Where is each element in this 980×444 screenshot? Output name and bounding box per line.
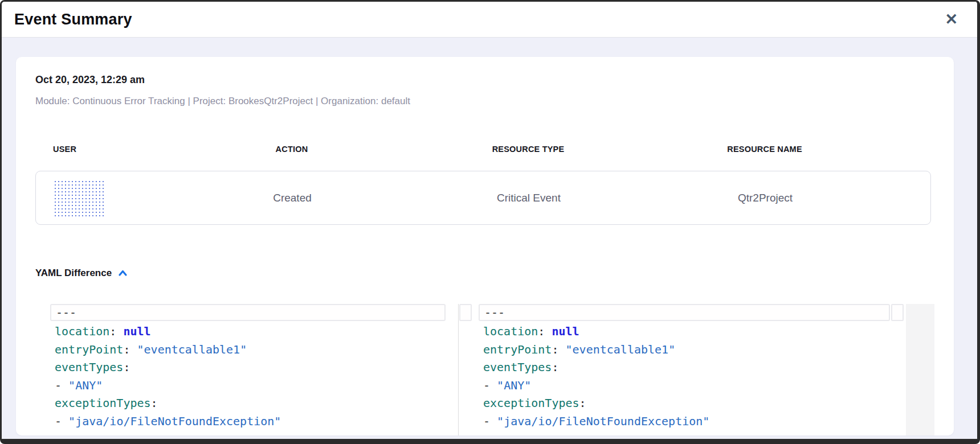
modal-header: Event Summary ✕	[2, 2, 977, 38]
yaml-difference-label: YAML Difference	[35, 268, 112, 279]
yaml-diff-viewer: ---location: nullentryPoint: "eventcalla…	[50, 304, 937, 435]
resource-type-cell: Critical Event	[412, 192, 646, 204]
chevron-up-icon[interactable]	[117, 268, 128, 279]
event-meta: Module: Continuous Error Tracking | Proj…	[35, 96, 410, 107]
column-header-action: ACTION	[172, 145, 411, 154]
code-line: ---	[50, 304, 446, 321]
code-line: - "ANY"	[50, 377, 458, 395]
code-line: location: null	[50, 323, 458, 341]
modal-body: Oct 20, 2023, 12:29 am Module: Continuou…	[2, 38, 977, 439]
audit-table-header: USER ACTION RESOURCE TYPE RESOURCE NAME	[35, 142, 931, 156]
user-redacted-pattern	[54, 180, 106, 216]
left-panel-scrollbar[interactable]	[459, 304, 472, 321]
code-line: entryPoint: "eventcallable1"	[479, 341, 890, 359]
code-line: entryPoint: "eventcallable1"	[50, 341, 458, 359]
column-header-user: USER	[35, 145, 172, 154]
code-line: - "java/io/FileNotFoundException"	[50, 413, 458, 431]
vertical-scrollbar-track[interactable]	[906, 304, 934, 435]
code-line: - "java/io/FileNotFoundException"	[479, 413, 890, 431]
action-cell: Created	[173, 192, 412, 204]
close-icon[interactable]: ✕	[941, 11, 961, 28]
code-line: ---	[479, 304, 890, 321]
event-timestamp: Oct 20, 2023, 12:29 am	[35, 74, 145, 86]
right-panel-scrollbar[interactable]	[891, 304, 904, 321]
code-line: - "ANY"	[479, 377, 890, 395]
column-header-resource-name: RESOURCE NAME	[645, 145, 884, 154]
code-line: eventTypes:	[50, 359, 458, 377]
user-cell	[36, 180, 173, 216]
event-card: Oct 20, 2023, 12:29 am Module: Continuou…	[16, 57, 954, 435]
page-title: Event Summary	[14, 11, 132, 28]
code-line: eventTypes:	[479, 359, 890, 377]
column-header-resource-type: RESOURCE TYPE	[411, 145, 645, 154]
yaml-difference-toggle[interactable]: YAML Difference	[35, 268, 128, 279]
code-line: location: null	[479, 323, 890, 341]
yaml-panel-left[interactable]: ---location: nullentryPoint: "eventcalla…	[50, 304, 458, 435]
table-row: Created Critical Event Qtr2Project	[35, 171, 931, 225]
panel-divider	[458, 304, 459, 435]
code-line: exceptionTypes:	[50, 394, 458, 413]
yaml-panel-right[interactable]: ---location: nullentryPoint: "eventcalla…	[479, 304, 890, 435]
event-summary-modal: Event Summary ✕ Oct 20, 2023, 12:29 am M…	[0, 0, 980, 444]
code-line: exceptionTypes:	[479, 394, 890, 413]
resource-name-cell: Qtr2Project	[646, 192, 885, 204]
